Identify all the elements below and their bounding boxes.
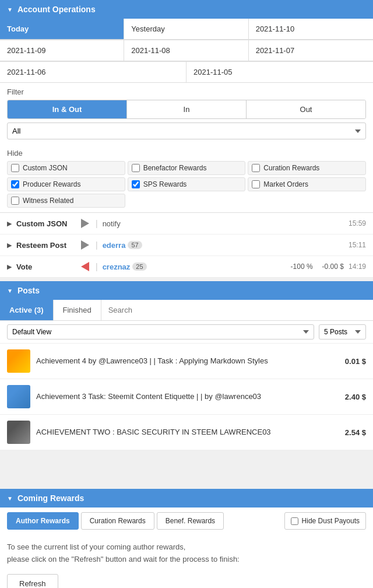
hide-custom-json-checkbox[interactable] [11,164,19,172]
op-user: ederra [103,241,126,250]
account-operations-title: Account Operations [17,5,96,14]
op-time: 14:19 [349,262,366,271]
op-type-label: Resteem Post [16,241,75,250]
op-detail: notify [103,219,344,228]
date-yesterday[interactable]: Yesterday [124,19,248,40]
post-thumbnail-2 [7,385,30,408]
op-reputation-badge: 25 [132,262,146,271]
date-2021-11-06[interactable]: 2021-11-06 [0,62,186,83]
hide-dust-checkbox[interactable] [291,517,298,525]
tab-finished-posts[interactable]: Finished [54,300,101,320]
op-text: notify [103,219,121,228]
spacer-3 [0,477,373,489]
op-direction-icon [79,218,91,229]
op-detail: creznaz 25 [103,262,281,271]
hide-producer-rewards-checkbox[interactable] [11,180,19,188]
expand-icon[interactable]: ▶ [7,263,12,271]
posts-header: ▼ Posts [0,281,373,300]
op-direction-icon [79,261,91,272]
posts-controls: Default View 5 Posts 10 Posts 20 Posts [0,321,373,344]
spacer-2 [0,466,373,477]
account-operations-header: ▼ Account Operations [0,0,373,19]
hide-witness-related[interactable]: Witness Related [7,194,125,208]
rewards-info-text: To see the current list of your coming a… [0,534,373,569]
filter-label: Filter [7,88,366,96]
op-reputation-badge: 57 [128,241,142,249]
op-time: 15:59 [349,219,366,228]
tab-active-posts[interactable]: Active (3) [0,300,54,320]
post-thumbnail-1 [7,349,30,373]
op-user: creznaz [103,262,131,271]
date-row-2: 2021-11-09 2021-11-08 2021-11-07 [0,40,373,62]
rewards-tabs: Author Rewards Curation Rewards Benef. R… [0,508,373,534]
post-item-2[interactable]: Achievement 3 Task: Steemit Content Etiq… [0,379,373,415]
hide-benefactor-rewards-checkbox[interactable] [132,164,140,172]
spacer [0,454,373,466]
post-value-2: 2.40 $ [345,393,366,401]
hide-benefactor-rewards[interactable]: Benefactor Rewards [128,161,246,175]
op-type-label: Vote [16,262,75,271]
operation-type-select[interactable]: All Custom JSON Transfer Vote Comment [7,123,366,139]
hide-label: Hide [7,149,366,158]
coming-rewards-section: ▼ Coming Rewards Author Rewards Curation… [0,489,373,588]
hide-market-orders[interactable]: Market Orders [248,177,366,191]
tab-author-rewards[interactable]: Author Rewards [7,512,79,530]
chevron-down-icon: ▼ [7,495,13,502]
date-2021-11-07[interactable]: 2021-11-07 [249,40,373,61]
filter-tab-in-out[interactable]: In & Out [8,100,127,118]
refresh-button[interactable]: Refresh [7,574,58,588]
filter-tab-out[interactable]: Out [247,100,365,118]
tab-benef-rewards[interactable]: Benef. Rewards [157,512,224,530]
hide-checkboxes: Custom JSON Benefactor Rewards Curation … [7,161,366,208]
tab-curation-rewards[interactable]: Curation Rewards [81,512,154,530]
post-value-1: 0.01 $ [345,357,366,366]
hide-sps-rewards[interactable]: SPS Rewards [128,177,246,191]
hide-sps-rewards-checkbox[interactable] [132,180,140,188]
hide-dust-label: Hide Dust Payouts [302,517,360,525]
hide-producer-rewards[interactable]: Producer Rewards [7,177,125,191]
op-divider: | [96,240,98,250]
post-item-1[interactable]: Achievement 4 by @Lawrence03 | | Task : … [0,344,373,379]
posts-section: ▼ Posts Active (3) Finished Default View… [0,281,373,450]
post-item-3[interactable]: ACHIEVEMENT TWO : BASIC SECURITY IN STEE… [0,415,373,450]
hide-market-orders-checkbox[interactable] [252,180,260,188]
posts-title: Posts [17,286,40,295]
op-time: 15:11 [349,241,366,249]
date-2021-11-09[interactable]: 2021-11-09 [0,40,124,61]
date-row-1: Today Yesterday 2021-11-10 [0,19,373,40]
operation-resteem-post[interactable]: ▶ Resteem Post | ederra 57 15:11 [0,235,373,256]
hide-curation-rewards[interactable]: Curation Rewards [248,161,366,175]
post-title-3: ACHIEVEMENT TWO : BASIC SECURITY IN STEE… [36,428,339,438]
op-type-label: Custom JSON [16,219,75,228]
chevron-down-icon: ▼ [7,288,13,294]
date-row-3: 2021-11-06 2021-11-05 [0,62,373,83]
date-2021-11-08[interactable]: 2021-11-08 [124,40,248,61]
date-2021-11-05[interactable]: 2021-11-05 [186,62,373,83]
hide-curation-rewards-checkbox[interactable] [252,164,260,172]
posts-search-input[interactable] [101,300,373,320]
filter-tabs: In & Out In Out [7,100,366,119]
operation-custom-json[interactable]: ▶ Custom JSON | notify 15:59 [0,213,373,235]
post-title-1: Achievement 4 by @Lawrence03 | | Task : … [36,356,339,366]
expand-icon[interactable]: ▶ [7,220,12,228]
filter-tab-in[interactable]: In [127,100,247,118]
hide-witness-related-checkbox[interactable] [11,197,19,205]
date-2021-11-10[interactable]: 2021-11-10 [249,19,373,40]
op-percent: -100 % [291,262,313,271]
operations-list: ▶ Custom JSON | notify 15:59 ▶ Resteem P… [0,212,373,278]
operation-vote[interactable]: ▶ Vote | creznaz 25 -100 % -0.00 $ 14:19 [0,256,373,278]
date-today[interactable]: Today [0,19,124,40]
expand-icon[interactable]: ▶ [7,242,12,249]
post-value-3: 2.54 $ [345,428,366,437]
hide-dust-payouts[interactable]: Hide Dust Payouts [284,512,366,530]
posts-count-select[interactable]: 5 Posts 10 Posts 20 Posts [319,324,366,340]
op-divider: | [96,219,98,228]
coming-rewards-title: Coming Rewards [17,494,84,503]
op-value: -0.00 $ [322,262,344,271]
op-divider: | [96,262,98,271]
coming-rewards-header: ▼ Coming Rewards [0,489,373,508]
view-select[interactable]: Default View [7,324,314,340]
hide-custom-json[interactable]: Custom JSON [7,161,125,175]
op-detail: ederra 57 [103,241,344,250]
filter-section: Filter In & Out In Out All Custom JSON T… [0,83,373,146]
